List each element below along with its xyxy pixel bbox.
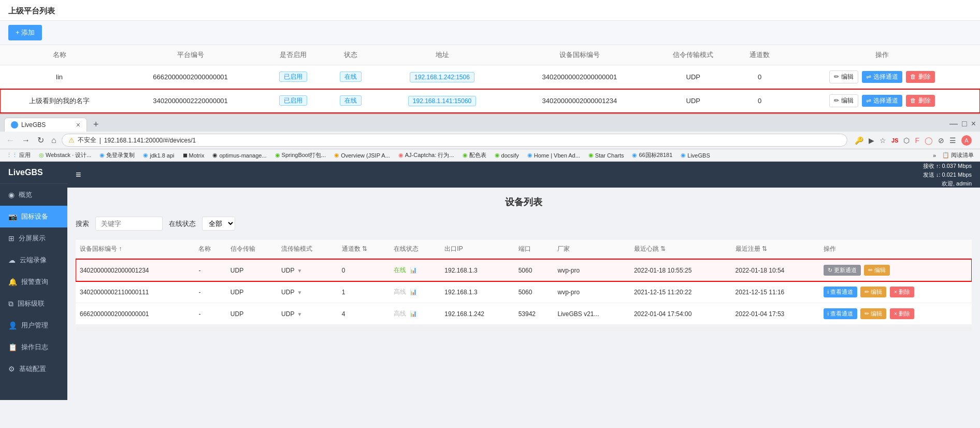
online-status-select[interactable]: 全部 在线 离线 [202, 217, 235, 231]
edit-button-0[interactable]: ✏ 编辑 [829, 70, 858, 83]
bookmark-login-label: 免登录复制 [106, 151, 135, 159]
bookmark-livegbs[interactable]: ◉ LiveGBS [679, 151, 712, 159]
bookmark-color[interactable]: ◉ 配色表 [460, 151, 488, 160]
springboot-icon: ◉ [275, 152, 280, 159]
search-input[interactable] [95, 217, 163, 231]
close-button[interactable]: × [971, 119, 976, 129]
app-header: ≡ 接收 ↑: 0.037 Mbps 发送 ↓: 0.021 Mbps 欢迎, … [67, 162, 980, 188]
bookmark-aj[interactable]: ◉ AJ-Captcha: 行为... [396, 151, 456, 160]
cloud-icon: ☁ [8, 256, 16, 264]
play-icon: ▶ [869, 136, 874, 145]
sidebar-item-devices[interactable]: 📷 国标设备 [0, 206, 67, 227]
row-device-id: 34020000002000000001 [508, 65, 652, 89]
bookmark-jsip[interactable]: ◉ Overview (JSIP A... [332, 151, 392, 159]
cell-stream-mode: UDP ▼ [277, 303, 338, 325]
forward-button[interactable]: → [20, 135, 32, 146]
sidebar-label-multiscreen: 分屏展示 [19, 234, 46, 243]
home-button[interactable]: ⌂ [49, 135, 59, 146]
tab-close-icon[interactable]: × [76, 121, 80, 129]
top-table-row: lin 66620000002000000001 已启用 在线 192.168.… [0, 65, 980, 89]
th-signal: 信令传输 [226, 239, 277, 260]
view-channel-button-2[interactable]: i 查看通道 [824, 308, 858, 319]
maximize-button[interactable]: □ [962, 119, 967, 129]
bookmark-more[interactable]: » [933, 152, 936, 159]
stream-dropdown-arrow-2[interactable]: ▼ [297, 311, 302, 317]
sidebar: LiveGBS ◉ 概览 📷 国标设备 ⊞ 分屏展示 ☁ 云端录像 🔔 报警查询… [0, 162, 67, 400]
bookmark-starcharts[interactable]: ◉ Star Charts [586, 151, 626, 159]
sidebar-item-users[interactable]: 👤 用户管理 [0, 315, 67, 336]
sidebar-label-alarm: 报警查询 [21, 277, 48, 287]
hamburger-button[interactable]: ≡ [76, 169, 81, 180]
refresh-channel-button-0[interactable]: ↻ 更新通道 [824, 265, 861, 276]
bookmark-readlist[interactable]: 📋 阅读清单 [940, 151, 976, 160]
security-warning-icon: ⚠ [68, 136, 75, 144]
top-panel-toolbar: + 添加 [0, 20, 980, 45]
tab-favicon [11, 121, 18, 129]
bookmark-webstack[interactable]: ◎ Webstack · 设计... [37, 151, 93, 160]
bookmark-optimus[interactable]: ◉ optimus-manage... [210, 151, 268, 159]
th-stream-mode: 流传输模式 [277, 239, 338, 260]
stream-dropdown-arrow[interactable]: ▼ [297, 268, 302, 274]
col-platform-id: 平台编号 [119, 45, 262, 65]
ext4-icon: ⊘ [938, 136, 944, 145]
sidebar-item-alarm[interactable]: 🔔 报警查询 [0, 271, 67, 293]
cell-exit-ip: 192.168.1.3 [440, 281, 514, 303]
select-channel-button-1[interactable]: ⇌ 选择通道 [862, 95, 902, 107]
row-protocol: UDP [651, 65, 735, 89]
sidebar-item-cloud[interactable]: ☁ 云端录像 [0, 249, 67, 271]
edit-button-row2[interactable]: ✏ 编辑 [860, 308, 886, 319]
view-channel-button-1[interactable]: i 查看通道 [824, 287, 858, 297]
multiscreen-icon: ⊞ [8, 234, 15, 242]
edit-button-1[interactable]: ✏ 编辑 [829, 94, 858, 107]
bookmark-gb28181[interactable]: ◉ 66国标28181 [630, 151, 674, 160]
browser-tab[interactable]: LiveGBS × [4, 118, 87, 132]
row-enabled: 已启用 [262, 65, 325, 89]
delete-button-row2[interactable]: × 删除 [890, 308, 914, 319]
back-button[interactable]: ← [4, 135, 17, 146]
bookmark-jdk[interactable]: ◉ jdk1.8 api [141, 151, 176, 159]
bookmark-vben[interactable]: ◉ Home | Vben Ad... [525, 151, 582, 159]
ext5-icon: ☰ [949, 136, 956, 145]
chart-icon-0: 📊 [410, 267, 417, 273]
delete-button-0[interactable]: 🗑 删除 [906, 71, 934, 83]
bottom-scrollbar[interactable] [76, 327, 972, 331]
profile-icon[interactable]: A [961, 135, 972, 146]
sidebar-item-multiscreen[interactable]: ⊞ 分屏展示 [0, 227, 67, 249]
cell-exit-ip: 192.168.1.3 [440, 259, 514, 281]
motrix-icon: ◼ [183, 152, 188, 159]
sidebar-label-cascade: 国标级联 [18, 299, 45, 308]
new-tab-button[interactable]: + [90, 119, 102, 130]
cell-online-status: 高线 📊 [390, 281, 440, 303]
docsify-icon: ◉ [495, 152, 500, 159]
delete-button-row1[interactable]: × 删除 [890, 287, 914, 297]
row-protocol: UDP [651, 89, 735, 113]
edit-button-row0[interactable]: ✏ 编辑 [864, 265, 890, 276]
top-platform-table: 名称 平台编号 是否启用 状态 地址 设备国标编号 信令传输模式 通道数 操作 … [0, 45, 980, 113]
row-enabled: 已启用 [262, 89, 325, 113]
js-icon: JS [891, 137, 898, 144]
sidebar-item-overview[interactable]: ◉ 概览 [0, 184, 67, 206]
add-button[interactable]: + 添加 [8, 25, 42, 40]
bookmark-optimus-label: optimus-manage... [219, 152, 266, 159]
bookmark-motrix[interactable]: ◼ Motrix [181, 151, 207, 159]
cell-actions: ↻ 更新通道 ✏ 编辑 [819, 259, 972, 281]
row-actions: ✏ 编辑 ⇌ 选择通道 🗑 删除 [784, 89, 980, 113]
cell-signal: UDP [226, 281, 277, 303]
minimize-button[interactable]: — [949, 119, 958, 129]
sidebar-item-logs[interactable]: 📋 操作日志 [0, 336, 67, 358]
sidebar-item-cascade[interactable]: ⧉ 国标级联 [0, 293, 67, 315]
bookmark-readlist-label: 阅读清单 [951, 151, 974, 159]
bookmark-springboot[interactable]: ◉ SpringBoot打包... [273, 151, 328, 160]
sidebar-label-overview: 概览 [19, 190, 32, 199]
bookmark-login[interactable]: ◉ 免登录复制 [97, 151, 137, 160]
address-bar[interactable]: ⚠ 不安全 | 192.168.1.141:20000/#/devices/1 [62, 134, 847, 147]
select-channel-button-0[interactable]: ⇌ 选择通道 [862, 71, 902, 83]
star-icon[interactable]: ☆ [880, 136, 886, 145]
reload-button[interactable]: ↻ [35, 134, 46, 146]
delete-button-1[interactable]: 🗑 删除 [906, 95, 934, 107]
sidebar-item-config[interactable]: ⚙ 基础配置 [0, 358, 67, 380]
stream-dropdown-arrow-1[interactable]: ▼ [297, 290, 302, 295]
bookmark-docsify[interactable]: ◉ docsify [493, 151, 521, 159]
edit-button-row1[interactable]: ✏ 编辑 [860, 287, 886, 297]
bookmark-apps[interactable]: ⋮⋮ 应用 [4, 151, 33, 160]
